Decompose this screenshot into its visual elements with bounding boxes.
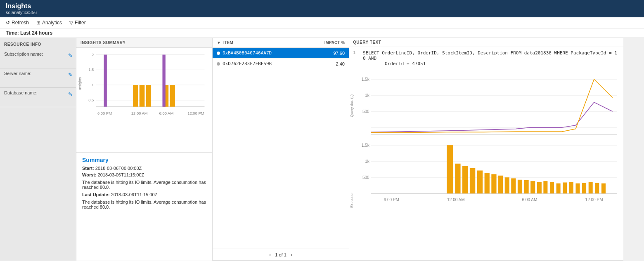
page-indicator: 1 of 1 [275, 252, 286, 257]
svg-text:2: 2 [92, 52, 94, 57]
item-row[interactable]: 0xD762F283F7FBF59B 2.40 [213, 59, 349, 69]
subscription-edit-icon[interactable]: ✎ [68, 52, 73, 59]
svg-rect-40 [455, 164, 460, 194]
filter-list-icon: ▼ [217, 40, 221, 45]
app-title: Insights [6, 2, 638, 10]
query-text-panel: QUERY TEXT 1 SELECT OrderLineID, OrderID… [349, 38, 623, 72]
app-header: Insights sqlanalytics356 [0, 0, 644, 17]
svg-text:6:00 AM: 6:00 AM [159, 111, 174, 115]
col-item-label: ITEM [223, 40, 309, 45]
col-impact-label: IMPACT % [312, 40, 345, 45]
subscription-value [4, 58, 72, 66]
svg-text:6:00 PM: 6:00 PM [97, 111, 112, 115]
execution-chart: Execution 1.5k 1k 500 [349, 138, 623, 261]
svg-text:1.5k: 1.5k [362, 143, 370, 148]
execution-chart-inner: 1.5k 1k 500 [355, 141, 622, 259]
prev-page-button[interactable]: ‹ [269, 252, 271, 258]
summary-start-value: 2018-03-06T00:00:00Z [95, 166, 142, 171]
svg-text:12:00 AM: 12:00 AM [131, 111, 148, 115]
summary-desc2: The database is hitting its IO limits. A… [82, 200, 206, 209]
svg-rect-50 [524, 180, 529, 193]
svg-rect-15 [162, 55, 165, 107]
svg-rect-9 [104, 55, 107, 107]
query-text-body: 1 SELECT OrderLineID, OrderID, StockItem… [349, 47, 623, 72]
svg-text:1: 1 [92, 82, 94, 87]
left-panel: RESOURCE INFO Subscription name: ✎ Serve… [0, 38, 76, 261]
insights-chart-inner: 2 1.5 1 0.5 [83, 50, 209, 116]
app-subtitle: sqlanalytics356 [6, 10, 638, 15]
svg-rect-53 [543, 181, 547, 193]
svg-rect-49 [518, 180, 522, 193]
svg-rect-10 [133, 85, 138, 107]
svg-rect-52 [537, 182, 542, 193]
insights-chart-svg: 2 1.5 1 0.5 [83, 50, 209, 118]
item-name: 0xBA4B0B040746AA7D [223, 50, 312, 56]
item-dot [217, 62, 220, 66]
svg-rect-14 [170, 85, 175, 107]
svg-rect-47 [505, 177, 509, 193]
svg-rect-62 [601, 183, 606, 194]
query-dur-svg: 1.5k 1k 500 6:00 PM 12:00 AM 6:0 [355, 75, 622, 143]
summary-title: Summary [82, 157, 206, 163]
svg-text:1k: 1k [365, 93, 370, 98]
main-content: RESOURCE INFO Subscription name: ✎ Serve… [0, 38, 644, 261]
query-code: SELECT OrderLineID, OrderID, StockItemID… [363, 50, 619, 68]
svg-text:12:00 PM: 12:00 PM [585, 198, 603, 202]
svg-rect-55 [556, 183, 561, 194]
insights-chart-area: Insights 2 1.5 1 0.5 [76, 48, 212, 152]
svg-text:6:00 PM: 6:00 PM [384, 198, 399, 202]
summary-worst-value: 2018-03-06T11:15:00Z [98, 172, 144, 177]
item-row[interactable]: 0xBA4B0B040746AA7D 97.60 [213, 48, 349, 59]
svg-rect-44 [485, 173, 490, 193]
summary-last-update-label: Last Update: [82, 192, 110, 197]
resource-info-title: RESOURCE INFO [0, 42, 76, 49]
query-text-header: QUERY TEXT [349, 38, 623, 47]
line-number: 1 [353, 50, 360, 68]
svg-text:1k: 1k [365, 159, 370, 164]
time-bar: Time: Last 24 hours [0, 28, 644, 38]
query-dur-y-label: Query dur. (s) [349, 75, 355, 136]
time-label: Time: Last 24 hours [6, 30, 52, 36]
server-value [4, 78, 72, 85]
svg-rect-45 [491, 174, 496, 193]
database-edit-icon[interactable]: ✎ [68, 91, 73, 97]
svg-rect-58 [575, 183, 580, 194]
insights-summary-title: INSIGHTS SUMMARY [76, 38, 212, 48]
filter-button[interactable]: ▽ Filter [69, 20, 86, 26]
items-header: ▼ ITEM IMPACT % [213, 38, 349, 48]
filter-icon: ▽ [69, 20, 73, 26]
server-edit-icon[interactable]: ✎ [68, 72, 73, 78]
svg-rect-51 [530, 181, 535, 193]
items-list: 0xBA4B0B040746AA7D 97.60 0xD762F283F7FBF… [213, 48, 349, 69]
svg-text:1.5k: 1.5k [362, 77, 370, 82]
subscription-field: Subscription name: ✎ [0, 49, 76, 68]
svg-text:12:00 PM: 12:00 PM [187, 111, 204, 115]
svg-text:500: 500 [362, 109, 369, 114]
summary-worst: Worst: 2018-03-06T11:15:00Z [82, 172, 206, 177]
summary-area: Summary Start: 2018-03-06T00:00:00Z Wors… [76, 152, 212, 261]
svg-text:500: 500 [362, 175, 369, 180]
svg-rect-46 [498, 176, 503, 194]
refresh-button[interactable]: ↺ Refresh [6, 20, 29, 26]
server-label: Server name: [4, 71, 72, 76]
items-panel: ▼ ITEM IMPACT % 0xBA4B0B040746AA7D 97.60… [213, 38, 349, 261]
item-name: 0xD762F283F7FBF59B [223, 61, 312, 66]
svg-rect-59 [582, 183, 586, 194]
summary-start-label: Start: [82, 166, 94, 171]
svg-rect-48 [511, 178, 516, 193]
database-value [4, 97, 72, 104]
item-dot [217, 52, 220, 55]
insights-y-label: Insights [77, 50, 83, 116]
next-page-button[interactable]: › [291, 252, 292, 258]
svg-rect-57 [569, 182, 573, 193]
query-dur-chart-inner: 1.5k 1k 500 6:00 PM 12:00 AM 6:0 [355, 75, 622, 136]
refresh-icon: ↺ [6, 20, 10, 26]
filter-label: Filter [75, 20, 86, 26]
svg-text:0.5: 0.5 [88, 98, 94, 102]
svg-text:12:00 AM: 12:00 AM [447, 198, 464, 202]
item-impact: 2.40 [312, 61, 345, 66]
svg-rect-11 [140, 85, 145, 107]
svg-rect-12 [146, 85, 152, 107]
svg-text:1.5: 1.5 [88, 67, 94, 72]
analytics-button[interactable]: ⊞ Analytics [36, 20, 62, 26]
